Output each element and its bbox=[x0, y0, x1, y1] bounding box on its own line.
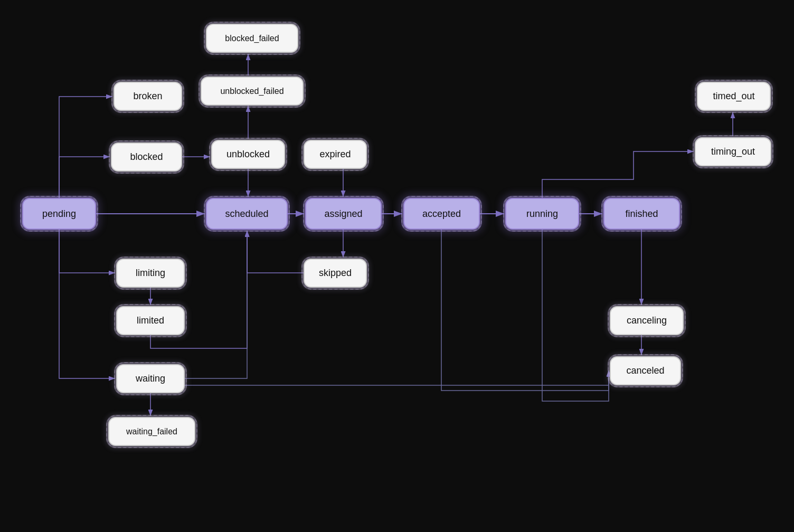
node-label-blocked_failed: blocked_failed bbox=[225, 34, 279, 43]
node-unblocked: unblocked bbox=[211, 140, 285, 169]
node-label-unblocked: unblocked bbox=[226, 149, 270, 160]
node-label-canceling: canceling bbox=[627, 315, 667, 326]
node-skipped: skipped bbox=[304, 259, 367, 288]
node-blocked: blocked bbox=[111, 142, 182, 172]
node-label-canceled: canceled bbox=[626, 365, 664, 376]
node-label-finished: finished bbox=[625, 208, 658, 220]
node-accepted: accepted bbox=[403, 198, 480, 230]
node-label-running: running bbox=[526, 208, 558, 220]
node-waiting: waiting bbox=[116, 364, 185, 393]
node-label-expired: expired bbox=[319, 149, 351, 160]
node-label-skipped: skipped bbox=[319, 268, 352, 279]
node-canceling: canceling bbox=[610, 306, 684, 335]
node-timed_out: timed_out bbox=[697, 82, 771, 111]
node-scheduled: scheduled bbox=[206, 198, 288, 230]
node-finished: finished bbox=[603, 198, 680, 230]
node-label-blocked: blocked bbox=[130, 151, 163, 163]
node-assigned: assigned bbox=[305, 198, 382, 230]
node-canceled: canceled bbox=[610, 356, 681, 385]
node-expired: expired bbox=[304, 140, 367, 169]
node-label-scheduled: scheduled bbox=[225, 208, 268, 220]
node-label-waiting: waiting bbox=[136, 373, 165, 384]
diagram-container: pendingbrokenblockedlimitinglimitedwaiti… bbox=[0, 0, 794, 532]
node-label-accepted: accepted bbox=[422, 208, 461, 220]
node-limited: limited bbox=[116, 306, 185, 335]
node-broken: broken bbox=[114, 82, 182, 111]
node-label-timed_out: timed_out bbox=[713, 91, 754, 102]
node-label-limiting: limiting bbox=[136, 268, 165, 279]
node-label-waiting_failed: waiting_failed bbox=[126, 427, 177, 436]
node-running: running bbox=[505, 198, 579, 230]
node-waiting_failed: waiting_failed bbox=[108, 417, 195, 446]
node-label-unblocked_failed: unblocked_failed bbox=[220, 87, 283, 96]
node-blocked_failed: blocked_failed bbox=[206, 24, 298, 53]
node-label-pending: pending bbox=[42, 208, 76, 220]
node-timing_out: timing_out bbox=[695, 137, 771, 166]
node-label-assigned: assigned bbox=[324, 208, 362, 220]
node-limiting: limiting bbox=[116, 259, 185, 288]
node-label-timing_out: timing_out bbox=[711, 146, 755, 157]
node-label-limited: limited bbox=[137, 315, 164, 326]
node-pending: pending bbox=[22, 198, 96, 230]
node-unblocked_failed: unblocked_failed bbox=[201, 77, 304, 106]
node-label-broken: broken bbox=[133, 91, 162, 102]
